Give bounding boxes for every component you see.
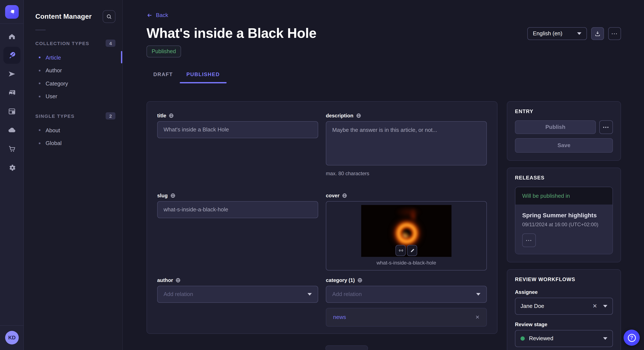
help-button[interactable]: ?	[624, 330, 640, 346]
scrollbar-thumb[interactable]	[121, 51, 122, 63]
category-tag-link[interactable]: news	[333, 314, 346, 320]
count-badge: 4	[106, 39, 116, 47]
save-button[interactable]: Save	[515, 138, 613, 153]
globe-icon	[176, 278, 181, 283]
strapi-logo-icon	[8, 8, 16, 15]
back-link[interactable]: Back	[146, 12, 168, 18]
tabs: DRAFT PUBLISHED	[146, 71, 621, 83]
nav-divider	[0, 325, 24, 326]
review-stage-label: Review stage	[515, 321, 613, 327]
download-button[interactable]	[591, 27, 604, 40]
back-label: Back	[156, 12, 168, 18]
cover-label: cover	[326, 192, 487, 198]
section-single-types: SINGLE TYPES 2	[24, 112, 122, 120]
bullet-icon	[39, 57, 40, 58]
nav-settings[interactable]	[0, 158, 24, 177]
review-workflows-panel: REVIEW WORKFLOWS Assignee Jane Doe ✕ Rev…	[507, 269, 621, 350]
nav-content-type-builder[interactable]	[0, 102, 24, 121]
subnav-header: Content Manager	[24, 0, 122, 23]
main-content: Back What's inside a Black Hole English …	[123, 0, 644, 350]
entry-more-button[interactable]: ⋯	[599, 120, 613, 134]
cover-actions	[396, 245, 417, 256]
content-row: title description Maybe the answer is in…	[146, 101, 621, 350]
assignee-value: Jane Doe	[520, 303, 544, 309]
remove-tag-icon[interactable]: ✕	[475, 314, 480, 320]
clear-assignee-icon[interactable]: ✕	[592, 303, 597, 309]
field-cover: cover	[326, 192, 487, 270]
sidebar-item-article[interactable]: Article	[24, 51, 122, 64]
section-label: SINGLE TYPES	[35, 113, 74, 118]
category-placeholder: Add relation	[332, 291, 362, 297]
category-relation-select[interactable]: Add relation	[326, 286, 487, 303]
cover-image-black-hole[interactable]	[361, 205, 452, 257]
description-textarea[interactable]: Maybe the answer is in this article, or …	[326, 121, 487, 165]
sidebar-item-label: Article	[46, 54, 61, 61]
field-description: description Maybe the answer is in this …	[326, 113, 487, 176]
releases-heading: RELEASES	[515, 175, 613, 180]
nav-media-library[interactable]	[0, 83, 24, 102]
link-icon	[398, 248, 404, 253]
chevron-down-icon	[476, 293, 480, 295]
sidebar-item-category[interactable]: Category	[24, 77, 122, 90]
locale-select[interactable]: English (en)	[527, 27, 587, 40]
sidebar-item-author[interactable]: Author	[24, 64, 122, 77]
subnav: Content Manager COLLECTION TYPES 4 Artic…	[24, 0, 123, 350]
release-body: Spring Summer highlights 09/11/2024 at 1…	[515, 205, 612, 254]
sidebar-item-label: Author	[46, 67, 62, 74]
tab-draft[interactable]: DRAFT	[146, 71, 180, 83]
stage-dot-icon	[520, 336, 525, 341]
release-more-button[interactable]: ⋯	[522, 233, 536, 247]
sidebar-item-user[interactable]: User	[24, 90, 122, 103]
assignee-select[interactable]: Jane Doe ✕	[515, 298, 613, 315]
review-stage-select[interactable]: Reviewed	[515, 330, 613, 347]
nav-releases[interactable]	[0, 65, 24, 83]
main-nav: KD	[0, 0, 24, 350]
sidebar-item-label: Global	[46, 140, 62, 147]
bullet-icon	[39, 143, 40, 144]
nav-home[interactable]	[0, 27, 24, 46]
globe-icon	[342, 193, 347, 198]
bullet-icon	[39, 96, 40, 97]
entry-heading: ENTRY	[515, 108, 613, 114]
entry-buttons: Publish ⋯	[515, 120, 613, 134]
more-icon: ⋯	[611, 30, 618, 37]
edit-button[interactable]	[407, 245, 417, 256]
cover-caption: what-s-inside-a-black-hole	[326, 260, 486, 266]
chevron-down-icon	[603, 305, 607, 307]
avatar[interactable]: KD	[5, 331, 19, 345]
release-card: Will be published in Spring Summer highl…	[515, 186, 613, 254]
cart-icon	[8, 145, 16, 153]
paper-plane-icon	[8, 70, 16, 78]
nav-cloud[interactable]	[0, 121, 24, 140]
review-heading: REVIEW WORKFLOWS	[515, 276, 613, 282]
nav-marketplace[interactable]	[0, 140, 24, 158]
chevron-down-icon	[603, 337, 607, 340]
assignee-label: Assignee	[515, 289, 613, 295]
sidebar-item-global[interactable]: Global	[24, 137, 122, 150]
author-relation-select[interactable]: Add relation	[157, 286, 318, 303]
copy-link-button[interactable]	[396, 245, 406, 256]
status-badge: Published	[146, 45, 181, 57]
strapi-logo[interactable]	[5, 5, 18, 18]
layout-icon	[8, 108, 16, 115]
globe-icon	[170, 193, 175, 198]
help-icon: ?	[628, 334, 636, 342]
search-button[interactable]	[103, 10, 116, 23]
side-panels: ENTRY Publish ⋯ Save RELEASES Will be pu…	[507, 101, 621, 350]
single-types-list: About Global	[24, 124, 122, 150]
app: KD Content Manager COLLECTION TYPES 4 Ar…	[0, 0, 644, 350]
nav-items	[0, 24, 24, 177]
tab-published[interactable]: PUBLISHED	[180, 71, 226, 83]
publish-button[interactable]: Publish	[515, 120, 596, 134]
description-hint: max. 80 characters	[326, 170, 487, 176]
sidebar-item-label: User	[46, 93, 57, 100]
more-actions-button[interactable]: ⋯	[608, 27, 621, 40]
title-input[interactable]	[157, 121, 318, 138]
release-status: Will be published in	[515, 187, 612, 205]
bullet-icon	[39, 83, 40, 84]
author-label: author	[157, 277, 318, 283]
nav-content-manager[interactable]	[0, 46, 24, 65]
sidebar-item-about[interactable]: About	[24, 124, 122, 137]
release-date: 09/11/2024 at 16:00 (UTC+02:00)	[522, 221, 606, 227]
slug-input[interactable]	[157, 201, 318, 218]
